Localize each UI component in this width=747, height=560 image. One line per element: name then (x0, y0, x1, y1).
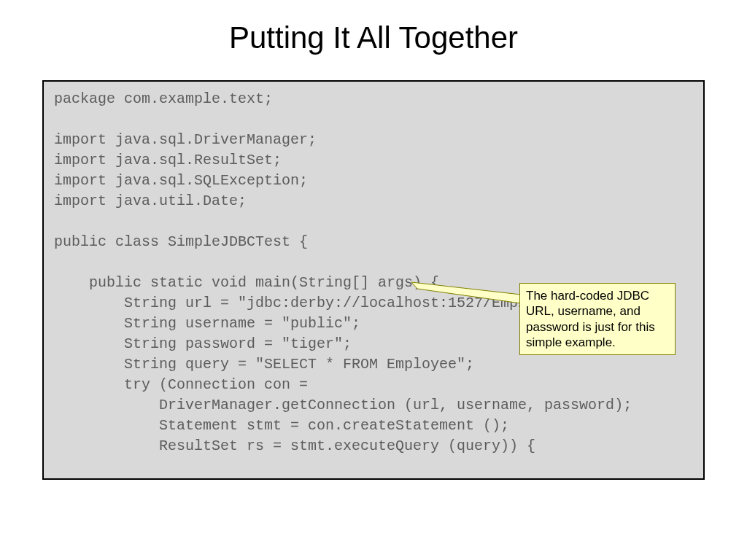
slide-title: Putting It All Together (0, 0, 747, 55)
slide: Putting It All Together package com.exam… (0, 0, 747, 560)
code-block: package com.example.text; import java.sq… (42, 80, 705, 480)
callout-note: The hard-coded JDBC URL, username, and p… (519, 283, 676, 355)
code-text: package com.example.text; import java.sq… (54, 89, 693, 456)
